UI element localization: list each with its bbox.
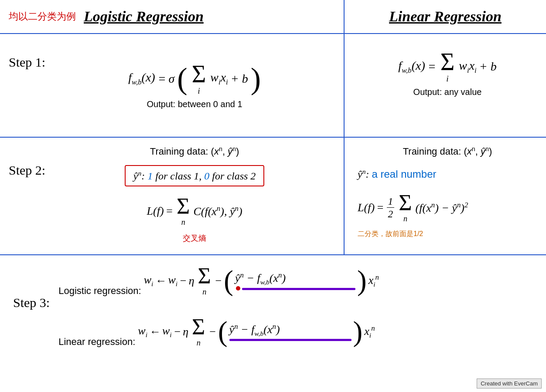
step3-inner: Step 3: Logistic regression: wi ← wi − η…: [13, 265, 529, 348]
logistic-loss-formula: L(f) = Σ n C(f(xn), ŷn): [54, 195, 335, 227]
step1-left: Step 1: fw,b(x) = σ ( Σ i wixi + b: [0, 34, 345, 137]
linear-yhat: ŷn: a real number: [358, 168, 537, 180]
logistic-title: Logistic Regression: [84, 8, 204, 25]
logistic-training-data: Training data: (xn, ŷn): [54, 145, 335, 157]
step3-section: Step 3: Logistic regression: wi ← wi − η…: [0, 255, 546, 377]
step1-logistic-content: fw,b(x) = σ ( Σ i wixi + b ) Output: bet…: [54, 62, 335, 109]
logistic-regression-label: Logistic regression:: [58, 285, 141, 297]
red-dot: [236, 286, 240, 291]
step3-label: Step 3:: [13, 295, 50, 310]
header-right: Linear Regression: [345, 0, 546, 33]
step2-label: Step 2:: [9, 163, 45, 178]
logistic-purple-underline: [242, 288, 355, 290]
logistic-update-formula: wi ← wi − η Σ n − ( ŷn − fw,b(xn): [144, 265, 379, 297]
linear-step1-formula: fw,b(x) = Σ i wixi + b: [398, 50, 496, 84]
step2-right: Training data: (xn, ŷn) ŷn: a real numbe…: [345, 138, 546, 254]
logistic-step1-formula: fw,b(x) = σ ( Σ i wixi + b ): [128, 62, 261, 96]
formula-f-wb: fw,b(x): [128, 71, 155, 87]
step2-linear-content: Training data: (xn, ŷn) ŷn: a real numbe…: [358, 145, 537, 239]
watermark: Created with EverCam: [477, 378, 542, 389]
binary-annotation: 二分类，故前面是1/2: [358, 230, 537, 239]
step1-row: Step 1: fw,b(x) = σ ( Σ i wixi + b: [0, 34, 546, 138]
linear-title: Linear Regression: [389, 8, 502, 25]
linear-step1-output: Output: any value: [413, 87, 482, 97]
step1-linear-content: fw,b(x) = Σ i wixi + b Output: any value: [358, 50, 537, 97]
step3-formulas: Logistic regression: wi ← wi − η Σ n − (: [58, 265, 529, 348]
linear-regression-label: Linear regression:: [58, 336, 135, 348]
logistic-regression-update: Logistic regression: wi ← wi − η Σ n − (: [58, 265, 529, 297]
header-row: 均以二分类为例 Logistic Regression Linear Regre…: [0, 0, 546, 34]
step2-logistic-content: Training data: (xn, ŷn) ŷn: 1 for class …: [54, 145, 335, 243]
step2-row: Step 2: Training data: (xn, ŷn) ŷn: 1 fo…: [0, 138, 546, 255]
yhat-box: ŷn: 1 for class 1, 0 for class 2: [125, 165, 264, 186]
linear-update-formula: wi ← wi − η Σ n − ( ŷn − fw,b(xn): [138, 316, 375, 348]
linear-regression-update: Linear regression: wi ← wi − η Σ n − (: [58, 316, 529, 348]
step2-row-inner: Step 2: Training data: (xn, ŷn) ŷn: 1 fo…: [9, 145, 335, 243]
step1-label: Step 1:: [9, 42, 45, 70]
linear-underline-group: ŷn − fw,b(xn): [229, 322, 351, 341]
header-left: 均以二分类为例 Logistic Regression: [0, 0, 345, 33]
main-container: 均以二分类为例 Logistic Regression Linear Regre…: [0, 0, 546, 392]
step1-right: fw,b(x) = Σ i wixi + b Output: any value: [345, 34, 546, 137]
logistic-underline-group: ŷn − fw,b(xn): [235, 271, 355, 291]
step2-left: Step 2: Training data: (xn, ŷn) ŷn: 1 fo…: [0, 138, 345, 254]
linear-loss-formula: L(f) = 1 2 Σ n (f(xn) − ŷn)2: [358, 192, 537, 223]
linear-training-data: Training data: (xn, ŷn): [358, 145, 537, 157]
linear-purple-underline: [229, 339, 351, 341]
chinese-label: 均以二分类为例: [9, 10, 76, 23]
logistic-step1-output: Output: between 0 and 1: [147, 99, 242, 109]
cross-entropy-annotation: 交叉熵: [54, 233, 335, 243]
